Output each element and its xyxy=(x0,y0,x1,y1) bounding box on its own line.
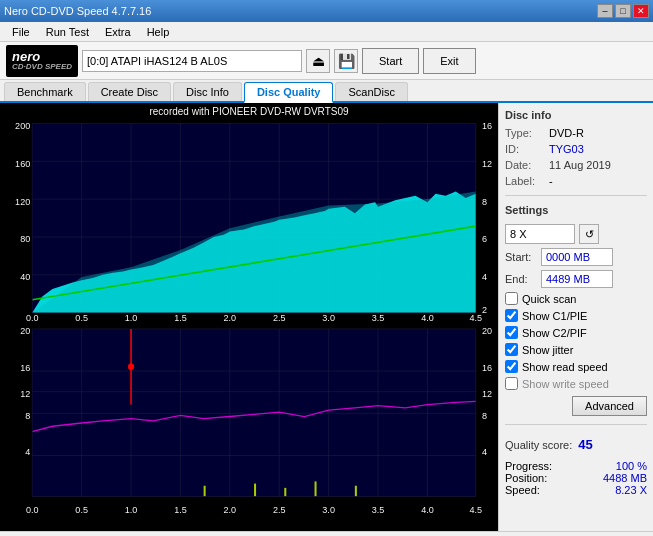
disc-label-value: - xyxy=(549,175,553,187)
start-mb-row: Start: xyxy=(505,248,647,266)
svg-text:4.5: 4.5 xyxy=(470,312,483,323)
speed-row2: Speed: 8.23 X xyxy=(505,484,647,496)
progress-row: Progress: 100 % xyxy=(505,460,647,472)
show-write-speed-checkbox[interactable] xyxy=(505,377,518,390)
menu-extra[interactable]: Extra xyxy=(97,24,139,40)
tab-benchmark[interactable]: Benchmark xyxy=(4,82,86,101)
close-button[interactable]: ✕ xyxy=(633,4,649,18)
tab-scandisc[interactable]: ScanDisc xyxy=(335,82,407,101)
svg-text:1.0: 1.0 xyxy=(125,503,138,514)
progress-value: 100 % xyxy=(616,460,647,472)
titlebar-controls[interactable]: – □ ✕ xyxy=(597,4,649,18)
menubar: File Run Test Extra Help xyxy=(0,22,653,42)
tabs: Benchmark Create Disc Disc Info Disc Qua… xyxy=(0,80,653,103)
svg-rect-64 xyxy=(284,488,286,497)
app-title: Nero CD-DVD Speed 4.7.7.16 xyxy=(4,5,151,17)
tab-disc-quality[interactable]: Disc Quality xyxy=(244,82,334,103)
disc-label-label: Label: xyxy=(505,175,545,187)
end-mb-input[interactable] xyxy=(541,270,613,288)
show-c1pie-checkbox[interactable] xyxy=(505,309,518,322)
svg-text:3.5: 3.5 xyxy=(372,312,385,323)
legend-area: PI Errors Average: 42.37 Maximum: 150 To… xyxy=(0,531,653,536)
svg-text:16: 16 xyxy=(482,362,492,373)
show-c2pif-row: Show C2/PIF xyxy=(505,326,647,339)
main-content: recorded with PIONEER DVD-RW DVRTS09 xyxy=(0,103,653,531)
disc-info-title: Disc info xyxy=(505,109,647,121)
drive-dropdown[interactable]: [0:0] ATAPI iHAS124 B AL0S xyxy=(82,50,302,72)
quality-value: 45 xyxy=(578,437,592,452)
svg-text:80: 80 xyxy=(20,233,30,244)
show-c1pie-row: Show C1/PIE xyxy=(505,309,647,322)
id-row: ID: TYG03 xyxy=(505,143,647,155)
svg-text:8: 8 xyxy=(25,409,30,420)
svg-text:0.5: 0.5 xyxy=(75,312,88,323)
minimize-button[interactable]: – xyxy=(597,4,613,18)
quality-label: Quality score: xyxy=(505,439,572,451)
chart-container: 200 160 120 80 40 16 12 8 6 4 2 xyxy=(2,118,496,529)
quick-scan-label: Quick scan xyxy=(522,293,576,305)
titlebar-title: Nero CD-DVD Speed 4.7.7.16 xyxy=(4,5,151,17)
show-c1pie-label: Show C1/PIE xyxy=(522,310,587,322)
show-read-speed-checkbox[interactable] xyxy=(505,360,518,373)
start-button[interactable]: Start xyxy=(362,48,419,74)
settings-title: Settings xyxy=(505,204,647,216)
svg-text:4.0: 4.0 xyxy=(421,503,434,514)
svg-text:6: 6 xyxy=(482,233,487,244)
divider1 xyxy=(505,195,647,196)
show-c2pif-checkbox[interactable] xyxy=(505,326,518,339)
refresh-button[interactable]: ↺ xyxy=(579,224,599,244)
svg-text:16: 16 xyxy=(482,120,492,131)
show-jitter-label: Show jitter xyxy=(522,344,573,356)
divider2 xyxy=(505,424,647,425)
speed-select[interactable]: 8 X Max 2 X 4 X xyxy=(505,224,575,244)
start-mb-label: Start: xyxy=(505,251,537,263)
date-label: Date: xyxy=(505,159,545,171)
speed-label2: Speed: xyxy=(505,484,540,496)
svg-text:3.0: 3.0 xyxy=(322,503,335,514)
menu-help[interactable]: Help xyxy=(139,24,178,40)
label-row: Label: - xyxy=(505,175,647,187)
position-label: Position: xyxy=(505,472,547,484)
charts-svg: 200 160 120 80 40 16 12 8 6 4 2 xyxy=(2,118,496,529)
end-mb-row: End: xyxy=(505,270,647,288)
menu-runtest[interactable]: Run Test xyxy=(38,24,97,40)
show-read-speed-row: Show read speed xyxy=(505,360,647,373)
svg-text:4.0: 4.0 xyxy=(421,312,434,323)
show-jitter-checkbox[interactable] xyxy=(505,343,518,356)
save-button[interactable]: 💾 xyxy=(334,49,358,73)
eject-button[interactable]: ⏏ xyxy=(306,49,330,73)
exit-button[interactable]: Exit xyxy=(423,48,475,74)
chart-title: recorded with PIONEER DVD-RW DVRTS09 xyxy=(2,105,496,118)
svg-text:4: 4 xyxy=(25,446,30,457)
menu-file[interactable]: File xyxy=(4,24,38,40)
svg-text:1.5: 1.5 xyxy=(174,312,187,323)
svg-text:12: 12 xyxy=(482,388,492,399)
maximize-button[interactable]: □ xyxy=(615,4,631,18)
advanced-button[interactable]: Advanced xyxy=(572,396,647,416)
svg-text:160: 160 xyxy=(15,157,30,168)
show-write-speed-row: Show write speed xyxy=(505,377,647,390)
svg-text:0.5: 0.5 xyxy=(75,503,88,514)
show-write-speed-label: Show write speed xyxy=(522,378,609,390)
svg-text:120: 120 xyxy=(15,195,30,206)
svg-text:2.5: 2.5 xyxy=(273,312,286,323)
svg-text:40: 40 xyxy=(20,271,30,282)
start-mb-input[interactable] xyxy=(541,248,613,266)
date-row: Date: 11 Aug 2019 xyxy=(505,159,647,171)
logo-sub: CD·DVD SPEED xyxy=(12,63,72,71)
speed-row: 8 X Max 2 X 4 X ↺ xyxy=(505,224,647,244)
quick-scan-checkbox[interactable] xyxy=(505,292,518,305)
svg-text:20: 20 xyxy=(482,325,492,336)
tab-disc-info[interactable]: Disc Info xyxy=(173,82,242,101)
type-value: DVD-R xyxy=(549,127,584,139)
right-panel: Disc info Type: DVD-R ID: TYG03 Date: 11… xyxy=(498,103,653,531)
svg-text:4.5: 4.5 xyxy=(470,503,483,514)
svg-text:2: 2 xyxy=(482,303,487,314)
svg-text:0.0: 0.0 xyxy=(26,312,39,323)
svg-text:2.0: 2.0 xyxy=(224,312,237,323)
tab-create-disc[interactable]: Create Disc xyxy=(88,82,171,101)
svg-rect-63 xyxy=(254,484,256,497)
nero-logo: nero CD·DVD SPEED xyxy=(6,45,78,77)
show-read-speed-label: Show read speed xyxy=(522,361,608,373)
quick-scan-row: Quick scan xyxy=(505,292,647,305)
